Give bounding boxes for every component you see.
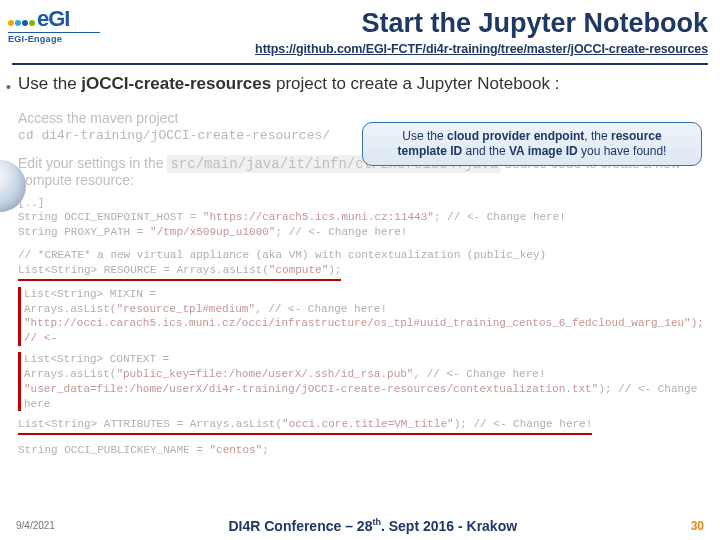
footer-conference: DI4R Conference – 28th. Sept 2016 - Krak… <box>228 517 517 534</box>
logo-subtitle: EGI-Engage <box>8 32 100 44</box>
bullet-pre: Use the <box>18 74 81 93</box>
red-bar-icon <box>18 352 21 411</box>
code-l5: List<String> MIXIN = <box>24 287 702 302</box>
bullet-bold: jOCCI-create-resources <box>81 74 271 93</box>
code-l7: "http://occi.carach5.ics.muni.cz/occi/in… <box>24 316 702 346</box>
code-l3: // *CREATE* a new virtual appliance (aka… <box>18 248 702 263</box>
code-l2: String PROXY_PATH = "/tmp/x509up_u1000";… <box>18 225 702 240</box>
code-l9: Arrays.asList("public_key=file:/home/use… <box>24 367 702 382</box>
logo-brand: eGI <box>37 6 69 31</box>
red-bar-icon <box>18 287 21 346</box>
header: eGI EGI-Engage Start the Jupyter Noteboo… <box>0 0 720 59</box>
slide-title: Start the Jupyter Notebook <box>108 8 708 39</box>
code-l4: List<String> RESOURCE = Arrays.asList("c… <box>18 263 702 281</box>
code-l11: List<String> ATTRIBUTES = Arrays.asList(… <box>18 417 702 435</box>
code-l8: List<String> CONTEXT = <box>24 352 702 367</box>
header-separator <box>12 63 708 65</box>
code-l6: Arrays.asList("resource_tpl#medium", // … <box>24 302 702 317</box>
main-bullet: • Use the jOCCI-create-resources project… <box>0 73 720 98</box>
code-l0: [..] <box>18 196 702 211</box>
bullet-icon: • <box>6 79 11 97</box>
github-url[interactable]: https://github.com/EGI-FCTF/di4r-trainin… <box>255 42 708 56</box>
cmd-cd: cd di4r-training/jOCCI-create-resources/ <box>18 128 702 144</box>
egi-logo: eGI EGI-Engage <box>8 8 100 56</box>
code-l1: String OCCI_ENDPOINT_HOST = "https://car… <box>18 210 702 225</box>
mixin-block: List<String> MIXIN = Arrays.asList("reso… <box>18 287 702 346</box>
code-l12: String OCCI_PUBLICKEY_NAME = "centos"; <box>18 443 702 458</box>
footer: 9/4/2021 DI4R Conference – 28th. Sept 20… <box>0 517 720 534</box>
page-number: 30 <box>691 519 704 533</box>
code-l10: "user_data=file:/home/userX/di4r-trainin… <box>24 382 702 412</box>
bullet-post: project to create a Jupyter Notebook : <box>271 74 559 93</box>
footer-date: 9/4/2021 <box>16 520 55 531</box>
context-block: List<String> CONTEXT = Arrays.asList("pu… <box>18 352 702 411</box>
